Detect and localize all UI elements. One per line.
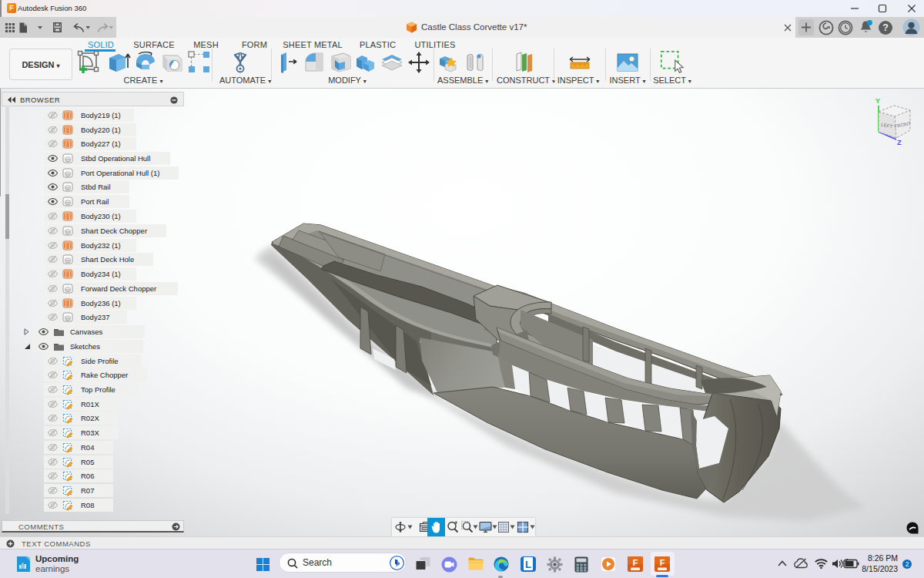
svg-text:?: ?	[882, 22, 889, 33]
svg-text:F: F	[660, 558, 665, 567]
svg-text:Y: Y	[875, 96, 881, 105]
svg-text:F: F	[633, 558, 638, 567]
svg-text:Z: Z	[897, 138, 902, 146]
